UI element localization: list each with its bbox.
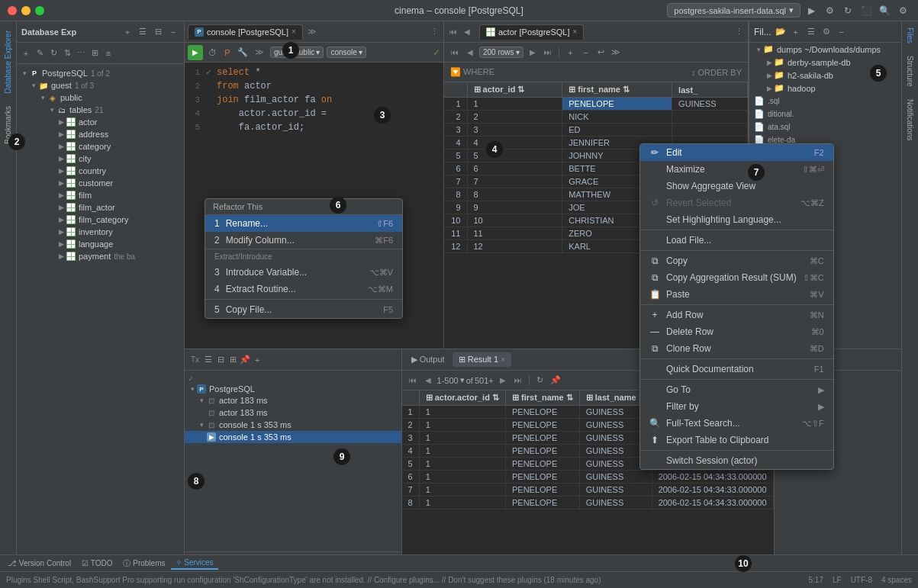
tree-item-address[interactable]: ▶ address [17,128,184,140]
ctx-copy[interactable]: ⧉ Copy ⌘C [640,252,833,269]
tree-item-payment[interactable]: ▶ payment the ba [17,250,184,262]
refactor-modify-col[interactable]: 2 Modify Column... ⌘F6 [205,232,402,249]
open-folder-icon[interactable]: 📂 [775,26,787,38]
table-row[interactable]: 2 2 NICK [444,111,748,124]
run-query-button[interactable]: ▶ [188,45,203,60]
last-page-icon[interactable]: ⏭ [512,374,524,387]
cell-last-name[interactable] [672,111,748,124]
last-page-icon[interactable]: ⏭ [542,47,554,59]
cell-id[interactable]: 5 [467,149,562,162]
close-icon[interactable]: × [501,355,505,364]
tree-item-language[interactable]: ▶ language [17,238,184,250]
services-item-actor[interactable]: ▾ ⊡ actor 183 ms [185,394,401,406]
ctx-add-row[interactable]: + Add Row ⌘N [640,307,833,323]
settings-icon[interactable]: ⚙ [822,3,837,18]
tree-item-country[interactable]: ▶ country [17,165,184,177]
tab-result[interactable]: ⊞ Result 1 × [453,352,511,367]
cell-id[interactable]: 1 [419,445,505,458]
col-header-actor-id[interactable]: ⊞ actor.actor_id ⇅ [419,390,505,406]
cell-id[interactable]: 1 [419,419,505,432]
cell-date[interactable]: 2006-02-15 04:34:33.000000 [652,496,773,509]
col-header-first-name[interactable]: ⊞ first_name ⇅ [505,390,579,406]
cell-first[interactable]: PENELOPE [505,496,579,509]
tree-item-film[interactable]: ▶ film [17,189,184,201]
cell-last-name[interactable] [672,124,748,137]
cell-first[interactable]: PENELOPE [505,406,579,419]
tree-item-tables[interactable]: ▾ 🗂 tables 21 [17,104,184,116]
status-line-ending[interactable]: LF [833,576,842,584]
tree-item-inventory[interactable]: ▶ inventory [17,226,184,238]
sync-icon[interactable]: ⇅ [61,47,73,59]
wrench-icon[interactable]: 🔧 [237,47,249,59]
refresh-db-icon[interactable]: ↻ [47,47,60,59]
file-selector[interactable]: postgres-sakila-insert-data.sql ▾ [667,3,800,18]
editor-options-icon[interactable]: ⋮ [428,26,440,38]
minus-icon[interactable]: − [167,26,179,38]
file-item[interactable]: 📄 ata.sql [749,120,901,133]
maximize-button[interactable] [35,6,44,15]
table-row[interactable]: 6 1 PENELOPE GUINESS 2006-02-15 04:34:33… [402,471,773,484]
cell-id[interactable]: 1 [419,484,505,496]
add-icon[interactable]: + [251,354,263,366]
file-item[interactable]: ▶ 📁 hadoop [749,82,901,95]
tree-item-city[interactable]: ▶ city [17,153,184,165]
cell-last-name[interactable]: GUINESS [672,98,748,111]
col-header-first-name[interactable]: ⊞ first_name ⇅ [562,82,672,98]
cell-last[interactable]: GUINESS [579,484,652,496]
sidebar-item-structure[interactable]: Structure [904,50,916,93]
ctx-delete-row[interactable]: — Delete Row ⌘0 [640,323,833,340]
table-row[interactable]: 8 1 PENELOPE GUINESS 2006-02-15 04:34:33… [402,496,773,509]
next-icon[interactable]: ▶ [527,47,539,59]
more-icon[interactable]: ⋯ [75,47,87,59]
ctx-load-file[interactable]: Load File... [640,232,833,249]
services-item-check[interactable]: ✓ [185,374,401,384]
status-indent[interactable]: 4 spaces [881,576,912,584]
cell-id[interactable]: 2 [467,111,562,124]
cell-id[interactable]: 6 [467,162,562,175]
ctx-maximize[interactable]: Maximize ⇧⌘⏎ [640,161,833,178]
close-icon[interactable]: × [573,27,578,36]
prev-page-icon[interactable]: ◀ [461,26,473,38]
refactor-extract-routine[interactable]: 4 Extract Routine... ⌥⌘M [205,281,402,297]
more-tabs-icon[interactable]: ≫ [304,27,320,37]
run-button[interactable]: ▶ [804,3,819,18]
cell-id[interactable]: 11 [467,227,562,240]
tree-item-postgresql[interactable]: ▾ P PostgreSQL 1 of 2 [17,67,184,79]
pin-icon[interactable]: 📌 [549,374,562,387]
col-header-last-name[interactable]: last_ [672,82,748,98]
ctx-paste[interactable]: 📋 Paste ⌘V [640,286,833,303]
refactor-copy-file[interactable]: 5 Copy File... F5 [205,301,402,318]
cell-date[interactable]: 2006-02-15 04:34:33.000000 [652,471,773,484]
gear-icon[interactable]: ⚙ [895,3,910,18]
table-row[interactable]: 3 3 ED [444,124,748,137]
cell-id[interactable]: 1 [419,406,505,419]
status-position[interactable]: 5:17 [808,576,823,584]
cell-id[interactable]: 4 [467,137,562,149]
ctx-highlighting[interactable]: Set Highlighting Language... [640,211,833,228]
cell-id[interactable]: 1 [419,458,505,471]
cell-first[interactable]: PENELOPE [505,471,579,484]
tab-console[interactable]: P console [PostgreSQL] × [188,24,303,40]
cell-date[interactable]: 2006-02-15 04:34:33.000000 [652,484,773,496]
tree-item-actor[interactable]: ▶ actor [17,116,184,128]
ctx-filter-by[interactable]: Filter by ▶ [640,398,833,415]
close-icon[interactable]: × [292,27,296,36]
tree-item-category[interactable]: ▶ category [17,140,184,153]
cell-first-name[interactable]: PENELOPE [562,98,672,111]
file-item[interactable]: 📄 .sql [749,95,901,108]
services-item-actor-child[interactable]: ⊡ actor 183 ms [185,406,401,419]
minus-row-icon[interactable]: − [579,47,591,59]
add-db-icon[interactable]: + [121,26,134,38]
ctx-edit[interactable]: ✏ Edit F2 [640,144,833,161]
next-icon[interactable]: ▶ [497,374,509,387]
cell-last[interactable]: GUINESS [579,496,652,509]
file-item[interactable]: ▾ 📁 dumps ~/Downloads/dumps [749,43,901,56]
cell-first[interactable]: PENELOPE [505,484,579,496]
cell-id[interactable]: 8 [467,188,562,201]
ctx-fulltext-search[interactable]: 🔍 Full-Text Search... ⌥⇧F [640,415,833,432]
cell-id[interactable]: 3 [467,124,562,137]
status-encoding[interactable]: UTF-8 [851,576,872,584]
filter-icon[interactable]: ⊟ [214,354,227,366]
rows-selector[interactable]: 200 rows ▾ [479,47,523,58]
props-icon[interactable]: ≡ [102,47,114,59]
